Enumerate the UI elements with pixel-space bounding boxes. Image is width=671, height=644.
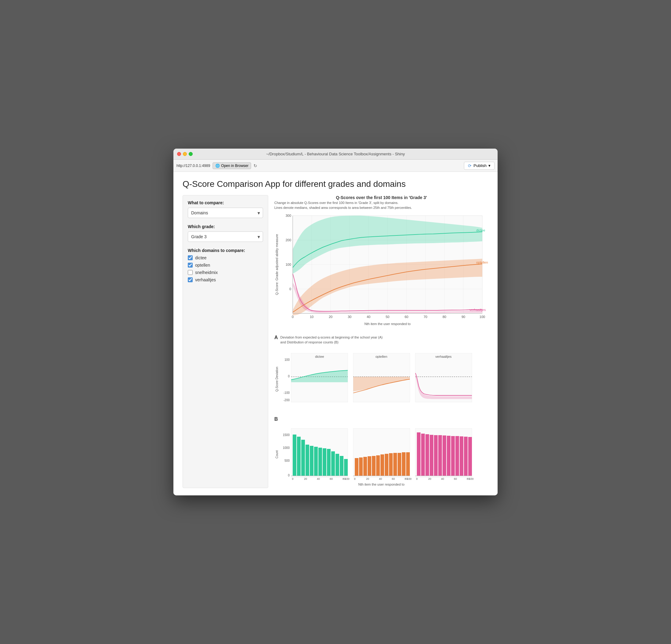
svg-rect-75 — [363, 457, 367, 476]
bottom-section: A Deviation from expected q-scores at be… — [274, 335, 489, 488]
grade-select[interactable]: Grade 1 Grade 2 Grade 3 Grade 4 Grade 5 — [188, 231, 263, 242]
verhaaltjes-checkbox[interactable] — [188, 277, 193, 282]
svg-text:40: 40 — [317, 477, 320, 480]
app-window: ~/Dropbox/Studium/L - Behavioural Data S… — [174, 149, 497, 495]
svg-text:60: 60 — [405, 315, 408, 319]
svg-text:70: 70 — [423, 315, 427, 319]
svg-text:100: 100 — [407, 477, 412, 480]
main-chart-container: Q-Scores over the first 100 Items in 'Gr… — [274, 195, 489, 330]
svg-rect-61 — [327, 449, 331, 476]
svg-text:100: 100 — [480, 315, 485, 319]
svg-rect-98 — [438, 435, 442, 476]
svg-text:dictee: dictee — [315, 355, 324, 358]
svg-text:100: 100 — [286, 263, 291, 266]
domain-snelheidmix[interactable]: snelheidmix — [188, 270, 263, 275]
svg-text:Q-Score: Grade adjusted abilit: Q-Score: Grade adjusted ability measure — [275, 234, 279, 295]
svg-rect-104 — [464, 437, 468, 476]
svg-text:20: 20 — [329, 315, 332, 319]
sidebar: What to compare: Domains Grades ▾ Which … — [182, 195, 268, 488]
svg-text:dictee: dictee — [476, 228, 485, 232]
open-in-browser-button[interactable]: 🌐 Open in Browser — [213, 162, 251, 169]
domain-checkboxes: dictee optellen snelheidmix verhaal — [188, 255, 263, 282]
svg-text:60: 60 — [330, 477, 333, 480]
svg-rect-77 — [372, 456, 376, 476]
svg-text:20: 20 — [428, 477, 431, 480]
svg-rect-99 — [443, 435, 446, 476]
svg-text:100: 100 — [345, 477, 349, 480]
svg-text:0: 0 — [288, 375, 290, 378]
svg-text:0: 0 — [292, 315, 294, 319]
svg-text:40: 40 — [379, 477, 382, 480]
svg-text:0: 0 — [292, 477, 293, 480]
svg-rect-58 — [314, 447, 318, 476]
svg-text:-200: -200 — [283, 399, 290, 402]
app-title: Q-Score Comparison App for different gra… — [182, 179, 489, 189]
svg-text:0: 0 — [289, 287, 291, 291]
svg-text:optellen: optellen — [476, 261, 488, 264]
main-chart-title: Q-Scores over the first 100 Items in 'Gr… — [274, 195, 489, 200]
svg-rect-93 — [417, 432, 420, 476]
charts-area: Q-Scores over the first 100 Items in 'Gr… — [274, 195, 489, 488]
section-b-label: B — [274, 416, 278, 422]
svg-rect-62 — [331, 451, 335, 476]
svg-text:verhaaltjes: verhaaltjes — [469, 308, 486, 312]
svg-rect-84 — [402, 452, 406, 476]
which-domains-label: Which domains to compare: — [188, 248, 263, 253]
publish-icon: ⟳ — [468, 163, 472, 168]
svg-text:Nth item the user responded to: Nth item the user responded to — [358, 482, 404, 486]
svg-text:Count: Count — [275, 450, 279, 458]
optellen-checkbox[interactable] — [188, 263, 193, 268]
snelheidmix-checkbox[interactable] — [188, 270, 193, 275]
titlebar: ~/Dropbox/Studium/L - Behavioural Data S… — [174, 149, 497, 160]
domain-verhaaltjes[interactable]: verhaaltjes — [188, 277, 263, 282]
svg-text:1500: 1500 — [283, 433, 290, 437]
svg-text:1000: 1000 — [283, 446, 290, 450]
svg-rect-73 — [355, 458, 358, 476]
svg-rect-60 — [322, 448, 326, 476]
chevron-down-icon: ▾ — [489, 163, 491, 168]
svg-rect-57 — [310, 446, 314, 476]
svg-rect-81 — [389, 453, 393, 476]
svg-rect-63 — [336, 454, 339, 476]
svg-rect-94 — [421, 434, 425, 476]
refresh-button[interactable]: ↻ — [254, 163, 257, 168]
svg-text:100: 100 — [284, 358, 290, 362]
compare-select[interactable]: Domains Grades — [188, 207, 263, 218]
svg-text:-100: -100 — [283, 391, 290, 394]
svg-text:90: 90 — [461, 315, 465, 319]
domain-dictee[interactable]: dictee — [188, 255, 263, 260]
svg-rect-82 — [393, 453, 397, 476]
domain-optellen[interactable]: optellen — [188, 263, 263, 268]
window-title: ~/Dropbox/Studium/L - Behavioural Data S… — [266, 152, 405, 156]
publish-button[interactable]: ⟳ Publish ▾ — [464, 162, 495, 170]
svg-text:0: 0 — [288, 474, 290, 477]
verhaaltjes-label: verhaaltjes — [195, 277, 216, 282]
svg-text:20: 20 — [366, 477, 369, 480]
svg-text:80: 80 — [443, 315, 446, 319]
svg-rect-79 — [380, 454, 384, 476]
toolbar: http://127.0.0.1:4989 🌐 Open in Browser … — [174, 160, 497, 172]
url-bar[interactable]: http://127.0.0.1:4989 — [176, 164, 210, 168]
section-a-desc: Deviation from expected q-scores at begi… — [280, 335, 383, 345]
svg-text:40: 40 — [441, 477, 444, 480]
svg-rect-105 — [468, 437, 472, 476]
svg-text:Nth item the user responded to: Nth item the user responded to — [364, 322, 410, 326]
which-grade-label: Which grade: — [188, 224, 263, 229]
svg-rect-80 — [385, 454, 389, 476]
svg-rect-74 — [359, 457, 363, 476]
svg-text:500: 500 — [284, 459, 290, 462]
traffic-lights — [177, 152, 193, 156]
svg-text:10: 10 — [310, 315, 314, 319]
dictee-checkbox[interactable] — [188, 255, 193, 260]
svg-text:60: 60 — [392, 477, 395, 480]
svg-text:40: 40 — [367, 315, 370, 319]
minimize-button[interactable] — [183, 152, 187, 156]
svg-text:0: 0 — [416, 477, 417, 480]
svg-rect-65 — [344, 459, 348, 476]
maximize-button[interactable] — [189, 152, 193, 156]
svg-rect-95 — [426, 434, 429, 476]
compare-select-wrapper: Domains Grades ▾ — [188, 207, 263, 218]
svg-rect-59 — [318, 448, 322, 476]
app-content: Q-Score Comparison App for different gra… — [174, 172, 497, 495]
close-button[interactable] — [177, 152, 181, 156]
